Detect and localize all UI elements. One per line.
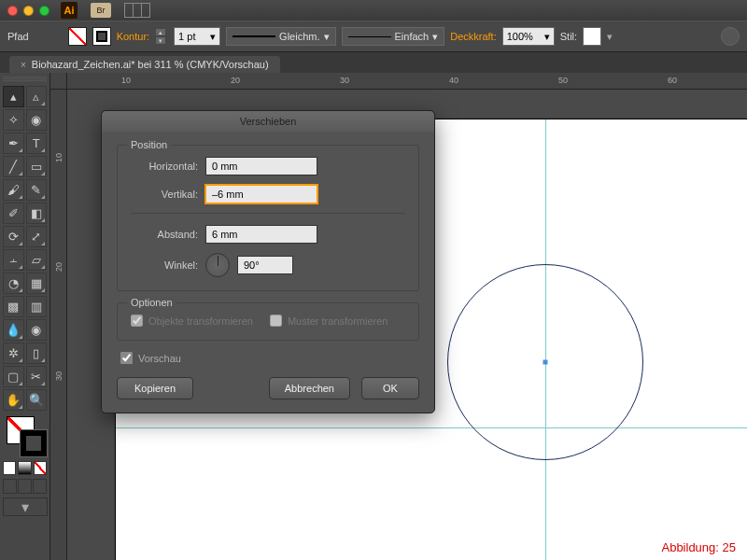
document-tab-label: Biohazard_Zeichen.ai* bei 311 % (CMYK/Vo… xyxy=(32,59,269,70)
stroke-label[interactable]: Kontur: xyxy=(117,31,149,42)
selection-tool[interactable]: ▴ xyxy=(3,86,24,107)
window-zoom-icon[interactable] xyxy=(39,6,49,16)
objekte-transformieren-checkbox: Objekte transformieren xyxy=(131,315,253,327)
angle-dial[interactable] xyxy=(205,253,230,277)
eyedropper-tool[interactable]: 💧 xyxy=(3,319,24,341)
rotate-tool[interactable]: ⟳ xyxy=(3,226,24,247)
document-tab[interactable]: × Biohazard_Zeichen.ai* bei 311 % (CMYK/… xyxy=(9,56,280,73)
line-tool[interactable]: ╱ xyxy=(3,156,24,177)
sync-settings-icon[interactable] xyxy=(721,27,740,46)
magic-wand-tool[interactable]: ✧ xyxy=(3,109,24,131)
symbol-sprayer-tool[interactable]: ✲ xyxy=(3,343,24,364)
position-group-label: Position xyxy=(127,139,171,150)
title-bar: Ai Br xyxy=(0,0,747,21)
color-mode-solid[interactable] xyxy=(3,461,16,475)
zoom-tool[interactable]: 🔍 xyxy=(26,389,48,411)
abstand-input[interactable] xyxy=(205,225,317,244)
perspective-grid-tool[interactable]: ▦ xyxy=(26,273,48,294)
muster-transformieren-input xyxy=(270,315,282,327)
close-tab-icon[interactable]: × xyxy=(21,60,26,70)
pencil-tool[interactable]: ✎ xyxy=(26,179,48,201)
winkel-input[interactable] xyxy=(237,256,293,274)
horizontal-label: Horizontal: xyxy=(131,161,198,172)
graphic-style-swatch[interactable] xyxy=(583,27,601,46)
direct-selection-tool[interactable]: ▵ xyxy=(26,86,48,107)
workspace-layout-button[interactable] xyxy=(124,3,150,18)
screen-mode-button[interactable]: ▾ xyxy=(3,497,48,516)
window-minimize-icon[interactable] xyxy=(23,6,34,16)
stroke-weight-field[interactable]: 1 pt▾ xyxy=(174,27,220,46)
opacity-label[interactable]: Deckkraft: xyxy=(450,31,497,42)
draw-behind[interactable] xyxy=(18,479,32,494)
abstand-label: Abstand: xyxy=(131,229,198,240)
hand-tool[interactable]: ✋ xyxy=(3,389,24,411)
opacity-field[interactable]: 100%▾ xyxy=(502,27,555,46)
draw-inside[interactable] xyxy=(33,479,47,494)
figure-caption: Abbildung: 25 xyxy=(661,540,736,554)
mesh-tool[interactable]: ▩ xyxy=(3,296,24,317)
brush-definition[interactable]: Einfach▾ xyxy=(342,27,445,46)
slice-tool[interactable]: ✂ xyxy=(26,366,48,387)
objekte-transformieren-input xyxy=(131,315,143,327)
optionen-group-label: Optionen xyxy=(127,297,176,308)
pen-tool[interactable]: ✒ xyxy=(3,133,24,154)
winkel-label: Winkel: xyxy=(131,259,198,271)
free-transform-tool[interactable]: ▱ xyxy=(26,249,48,271)
artboard-tool[interactable]: ▢ xyxy=(3,366,24,387)
draw-modes xyxy=(3,479,47,494)
position-group: Position Horizontal: Vertikal: Abstand: … xyxy=(117,145,419,291)
panel-grabber[interactable] xyxy=(3,77,47,82)
draw-normal[interactable] xyxy=(3,479,17,494)
app-icon: Ai xyxy=(61,2,78,19)
window-close-icon[interactable] xyxy=(7,6,18,16)
blob-brush-tool[interactable]: ✐ xyxy=(3,203,24,224)
stroke-swatch[interactable] xyxy=(92,27,111,46)
abbrechen-button[interactable]: Abbrechen xyxy=(269,377,350,399)
kopieren-button[interactable]: Kopieren xyxy=(117,377,193,399)
column-graph-tool[interactable]: ▯ xyxy=(26,343,48,364)
horizontal-input[interactable] xyxy=(205,157,317,175)
ruler-origin[interactable] xyxy=(50,73,67,90)
stroke-weight-stepper[interactable]: ▴▾ xyxy=(155,28,166,45)
vertikal-input[interactable] xyxy=(205,185,317,203)
rectangle-tool[interactable]: ▭ xyxy=(26,156,48,177)
tools-panel: ▴▵ ✧◉ ✒T ╱▭ 🖌✎ ✐◧ ⟳⤢ ⫠▱ ◔▦ ▩▥ 💧◉ ✲▯ ▢✂ ✋… xyxy=(0,73,50,560)
stroke-big-swatch[interactable] xyxy=(20,429,48,457)
gradient-tool[interactable]: ▥ xyxy=(26,296,48,317)
optionen-group: Optionen Objekte transformieren Muster t… xyxy=(117,302,419,341)
document-tab-bar: × Biohazard_Zeichen.ai* bei 311 % (CMYK/… xyxy=(0,52,747,73)
guide-horizontal[interactable] xyxy=(116,427,747,428)
paintbrush-tool[interactable]: 🖌 xyxy=(3,179,24,201)
vorschau-checkbox[interactable]: Vorschau xyxy=(120,352,419,364)
app-window: Ai Br Pfad Kontur: ▴▾ 1 pt▾ Gleichm.▾ Ei… xyxy=(0,0,747,560)
selection-type-label: Pfad xyxy=(7,31,29,42)
control-bar: Pfad Kontur: ▴▾ 1 pt▾ Gleichm.▾ Einfach▾… xyxy=(0,21,747,52)
vorschau-input[interactable] xyxy=(120,352,133,364)
blend-tool[interactable]: ◉ xyxy=(26,319,48,341)
ruler-vertical[interactable]: 10 20 30 xyxy=(50,90,67,560)
shape-builder-tool[interactable]: ◔ xyxy=(3,273,24,294)
width-tool[interactable]: ⫠ xyxy=(3,249,24,271)
variable-width-profile[interactable]: Gleichm.▾ xyxy=(226,27,335,46)
color-mode-none[interactable] xyxy=(34,461,47,475)
dialog-title[interactable]: Verschieben xyxy=(102,111,434,132)
ok-button[interactable]: OK xyxy=(361,377,419,399)
color-mode-row xyxy=(3,461,47,475)
fill-swatch[interactable] xyxy=(68,27,87,46)
selection-center-point[interactable] xyxy=(543,360,548,365)
ruler-horizontal[interactable]: 10 20 30 40 50 60 xyxy=(67,73,747,90)
bridge-button[interactable]: Br xyxy=(91,3,111,18)
lasso-tool[interactable]: ◉ xyxy=(26,109,48,131)
eraser-tool[interactable]: ◧ xyxy=(26,203,48,224)
fill-stroke-control[interactable] xyxy=(3,416,47,457)
type-tool[interactable]: T xyxy=(26,133,48,154)
color-mode-gradient[interactable] xyxy=(18,461,31,475)
style-label: Stil: xyxy=(560,31,577,42)
scale-tool[interactable]: ⤢ xyxy=(26,226,48,247)
muster-transformieren-checkbox: Muster transformieren xyxy=(270,315,388,327)
vertikal-label: Vertikal: xyxy=(131,189,198,200)
move-dialog: Verschieben Position Horizontal: Vertika… xyxy=(101,110,435,413)
